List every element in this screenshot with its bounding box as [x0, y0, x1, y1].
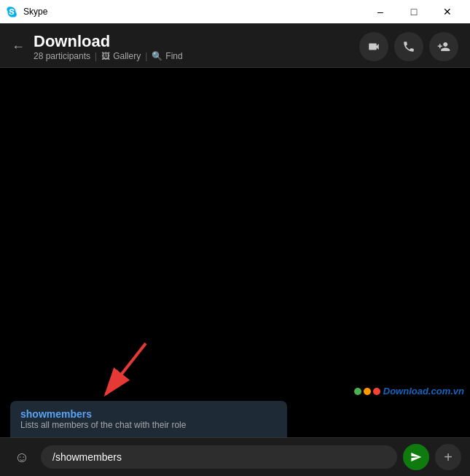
- add-participant-button[interactable]: [429, 32, 458, 61]
- find-icon: 🔍: [152, 51, 162, 61]
- arrow-svg: [87, 340, 175, 405]
- emoji-button[interactable]: ☺: [9, 444, 35, 470]
- chat-title: Download: [34, 32, 183, 51]
- header-info: Download 28 participants | 🖼 Gallery | 🔍…: [34, 32, 183, 61]
- separator-2: |: [145, 51, 147, 61]
- chat-area: showmembers Lists all members of the cha…: [0, 68, 470, 437]
- title-bar-title: Skype: [23, 7, 47, 17]
- app-container: ← Download 28 participants | 🖼 Gallery |…: [0, 23, 470, 476]
- find-link[interactable]: 🔍 Find: [152, 51, 182, 61]
- title-bar: Skype – □ ✕: [0, 0, 470, 23]
- video-camera-icon: [367, 40, 380, 53]
- dot-orange: [364, 388, 371, 395]
- autocomplete-box[interactable]: showmembers Lists all members of the cha…: [10, 401, 287, 437]
- input-area: ☺ +: [0, 437, 470, 476]
- back-button[interactable]: ←: [12, 39, 25, 55]
- chat-header: ← Download 28 participants | 🖼 Gallery |…: [0, 23, 470, 68]
- title-bar-controls: – □ ✕: [364, 0, 464, 23]
- minimize-button[interactable]: –: [364, 0, 397, 23]
- separator-1: |: [95, 51, 97, 61]
- message-input[interactable]: [41, 445, 397, 469]
- chat-meta: 28 participants | 🖼 Gallery | 🔍 Find: [34, 51, 183, 61]
- dot-red: [373, 388, 380, 395]
- send-button[interactable]: [403, 444, 429, 470]
- send-icon: [410, 451, 422, 463]
- gallery-icon: 🖼: [101, 51, 110, 61]
- watermark: Download.com.vn: [354, 386, 464, 397]
- autocomplete-description: Lists all members of the chat with their…: [20, 420, 277, 430]
- emoji-icon: ☺: [15, 449, 29, 466]
- maximize-button[interactable]: □: [397, 0, 431, 23]
- dot-green: [354, 388, 361, 395]
- arrow-annotation: [87, 340, 175, 408]
- find-label: Find: [165, 51, 182, 61]
- gallery-label: Gallery: [113, 51, 141, 61]
- gallery-link[interactable]: 🖼 Gallery: [101, 51, 141, 61]
- svg-line-1: [106, 343, 146, 394]
- audio-call-button[interactable]: [394, 32, 423, 61]
- phone-icon: [402, 40, 415, 53]
- add-person-icon: [437, 40, 450, 53]
- watermark-text: Download.com.vn: [383, 386, 464, 397]
- header-left: ← Download 28 participants | 🖼 Gallery |…: [12, 32, 183, 61]
- header-actions: [359, 32, 458, 61]
- watermark-dots: [354, 388, 380, 395]
- skype-icon: [6, 6, 17, 17]
- title-bar-left: Skype: [6, 6, 47, 17]
- close-button[interactable]: ✕: [431, 0, 464, 23]
- video-call-button[interactable]: [359, 32, 388, 61]
- add-button[interactable]: +: [435, 444, 461, 470]
- autocomplete-command: showmembers: [20, 408, 277, 420]
- participants-count: 28 participants: [34, 51, 90, 61]
